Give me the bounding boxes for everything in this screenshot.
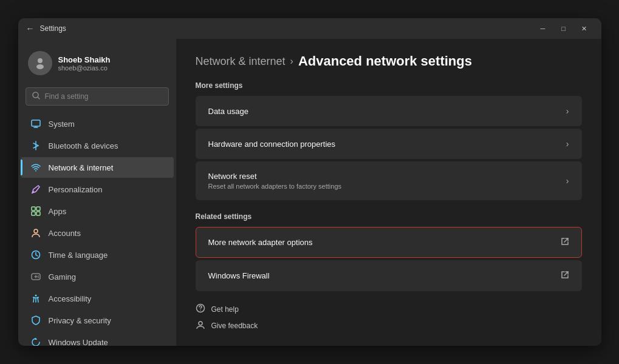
adapter-options-external-icon [561, 237, 569, 248]
section-gap: Related settings [196, 212, 582, 221]
give-feedback-link[interactable]: Give feedback [196, 320, 582, 331]
sidebar-item-update[interactable]: Windows Update [21, 332, 174, 346]
sidebar-item-system[interactable]: System [21, 113, 174, 134]
svg-line-3 [38, 97, 39, 99]
update-icon [30, 337, 41, 346]
data-usage-title: Data usage [208, 107, 249, 116]
windows-firewall-left: Windows Firewall [208, 271, 270, 280]
maximize-button[interactable]: □ [554, 20, 573, 37]
give-feedback-label: Give feedback [211, 322, 258, 330]
user-info: Shoeb Shaikh shoeb@ozias.co [58, 55, 111, 72]
search-icon [32, 92, 40, 101]
sidebar-label-personalization: Personalization [49, 185, 103, 194]
sidebar-item-accounts[interactable]: Accounts [21, 223, 174, 243]
sidebar-item-accessibility[interactable]: Accessibility [21, 288, 174, 309]
main-content: Shoeb Shaikh shoeb@ozias.co [18, 39, 601, 346]
svg-rect-11 [36, 207, 40, 211]
sidebar-item-privacy[interactable]: Privacy & security [21, 310, 174, 331]
back-button[interactable]: ← [26, 24, 35, 33]
svg-point-27 [199, 322, 202, 325]
user-email: shoeb@ozias.co [58, 64, 111, 72]
sidebar-label-gaming: Gaming [49, 272, 77, 281]
window-title: Settings [40, 24, 66, 33]
sidebar-label-update: Windows Update [49, 338, 108, 346]
svg-rect-4 [32, 120, 40, 126]
svg-point-20 [38, 277, 39, 278]
windows-firewall-title: Windows Firewall [208, 271, 270, 280]
svg-rect-13 [36, 212, 40, 215]
settings-window: ← Settings ─ □ ✕ Shoeb Shaikh shoeb@ozi [18, 18, 601, 346]
related-settings-label: Related settings [196, 212, 582, 221]
user-name: Shoeb Shaikh [58, 55, 111, 64]
sidebar: Shoeb Shaikh shoeb@ozias.co [18, 39, 176, 346]
data-usage-card-left: Data usage [208, 107, 249, 116]
bluetooth-icon [30, 140, 41, 151]
svg-point-14 [34, 229, 38, 233]
give-feedback-icon [196, 320, 205, 331]
network-reset-title: Network reset [208, 172, 342, 181]
accounts-icon [30, 228, 41, 238]
sidebar-label-apps: Apps [49, 207, 67, 216]
sidebar-label-system: System [49, 120, 75, 129]
apps-icon [30, 206, 41, 217]
get-help-link[interactable]: Get help [196, 303, 582, 315]
breadcrumb-current: Advanced network settings [298, 53, 472, 69]
sidebar-item-gaming[interactable]: Gaming [21, 266, 174, 287]
more-settings-label: More settings [196, 81, 582, 90]
adapter-options-left: More network adapter options [208, 238, 313, 247]
network-reset-card[interactable]: Network reset Reset all network adapters… [196, 161, 582, 200]
adapter-options-title: More network adapter options [208, 238, 313, 247]
network-reset-subtitle: Reset all network adapters to factory se… [208, 183, 342, 190]
svg-point-19 [38, 275, 39, 277]
content-area: Network & internet › Advanced network se… [176, 39, 601, 346]
svg-point-0 [38, 58, 43, 63]
privacy-icon [30, 315, 41, 326]
get-help-label: Get help [211, 305, 239, 314]
breadcrumb-sep: › [290, 56, 293, 67]
hardware-card-left: Hardware and connection properties [208, 140, 336, 149]
data-usage-chevron: › [566, 106, 569, 116]
minimize-button[interactable]: ─ [533, 20, 553, 37]
svg-rect-10 [32, 207, 35, 211]
svg-line-23 [564, 238, 568, 242]
search-input[interactable] [45, 92, 162, 101]
sidebar-item-apps[interactable]: Apps [21, 201, 174, 221]
sidebar-item-bluetooth[interactable]: Bluetooth & devices [21, 135, 174, 156]
get-help-icon [196, 303, 205, 315]
network-icon [30, 162, 41, 173]
sidebar-label-network: Network & internet [49, 163, 114, 172]
breadcrumb-parent: Network & internet [196, 55, 286, 68]
network-reset-chevron: › [566, 176, 569, 186]
sidebar-item-network[interactable]: Network & internet [21, 157, 174, 178]
sidebar-label-bluetooth: Bluetooth & devices [49, 141, 118, 150]
windows-firewall-external-icon [561, 271, 569, 281]
sidebar-label-privacy: Privacy & security [49, 316, 111, 325]
svg-point-1 [36, 64, 44, 69]
breadcrumb: Network & internet › Advanced network se… [196, 53, 582, 69]
avatar [28, 51, 52, 75]
sidebar-item-time[interactable]: Time & language [21, 244, 174, 265]
user-section: Shoeb Shaikh shoeb@ozias.co [18, 44, 176, 85]
hardware-card[interactable]: Hardware and connection properties › [196, 129, 582, 159]
hardware-chevron: › [566, 139, 569, 149]
svg-point-8 [35, 170, 36, 172]
gaming-icon [30, 271, 41, 282]
adapter-options-card[interactable]: More network adapter options [196, 227, 582, 258]
close-button[interactable]: ✕ [575, 20, 594, 37]
window-controls: ─ □ ✕ [533, 20, 594, 37]
svg-line-24 [564, 272, 568, 275]
time-icon [30, 249, 41, 260]
accessibility-icon [30, 293, 41, 304]
title-bar-left: ← Settings [26, 24, 66, 33]
sidebar-label-accessibility: Accessibility [49, 294, 92, 303]
network-reset-card-left: Network reset Reset all network adapters… [208, 172, 342, 190]
hardware-title: Hardware and connection properties [208, 140, 336, 149]
sidebar-item-personalization[interactable]: Personalization [21, 179, 174, 200]
system-icon [30, 118, 41, 129]
sidebar-label-accounts: Accounts [49, 229, 81, 238]
footer-links: Get help Give feedback [196, 303, 582, 331]
data-usage-card[interactable]: Data usage › [196, 96, 582, 126]
svg-rect-12 [32, 212, 35, 215]
search-box[interactable] [26, 87, 169, 106]
windows-firewall-card[interactable]: Windows Firewall [196, 260, 582, 291]
